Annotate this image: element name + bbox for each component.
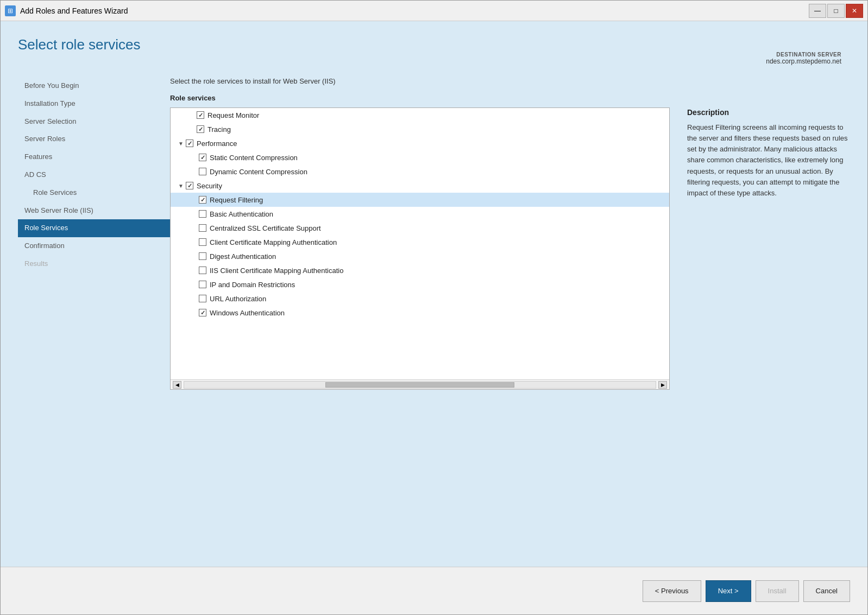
label-ip-domain: IP and Domain Restrictions bbox=[210, 281, 295, 289]
checkbox-security[interactable] bbox=[186, 182, 193, 189]
checkbox-windows-auth[interactable] bbox=[199, 309, 206, 316]
no-arrow-scc bbox=[190, 154, 198, 161]
label-url-auth: URL Authorization bbox=[210, 295, 266, 303]
tree-item-static-content-compression[interactable]: Static Content Compression bbox=[171, 150, 669, 164]
tree-item-centralized-ssl[interactable]: Centralized SSL Certificate Support bbox=[171, 221, 669, 235]
tree-item-dynamic-content-compression[interactable]: Dynamic Content Compression bbox=[171, 164, 669, 179]
cancel-button[interactable]: Cancel bbox=[803, 580, 850, 602]
page-title: Select role services bbox=[18, 36, 850, 53]
checkbox-basic-auth[interactable] bbox=[199, 210, 206, 218]
sidebar-item-server-roles[interactable]: Server Roles bbox=[18, 130, 170, 148]
role-services-section: Role services Request Monitor bbox=[170, 94, 670, 567]
tree-item-tracing[interactable]: Tracing bbox=[171, 122, 669, 136]
scroll-left-button[interactable]: ◀ bbox=[173, 381, 181, 389]
sidebar-item-server-selection[interactable]: Server Selection bbox=[18, 113, 170, 131]
sidebar-item-results: Results bbox=[18, 255, 170, 273]
next-button[interactable]: Next > bbox=[706, 580, 751, 602]
no-arrow-css bbox=[190, 224, 198, 232]
no-arrow-da bbox=[190, 252, 198, 260]
checkbox-ip-domain[interactable] bbox=[199, 281, 206, 288]
label-basic-auth: Basic Authentication bbox=[210, 210, 273, 218]
sidebar-item-before-you-begin[interactable]: Before You Begin bbox=[18, 77, 170, 95]
checkbox-performance[interactable] bbox=[186, 140, 193, 147]
destination-label: DESTINATION SERVER bbox=[766, 52, 841, 58]
checkbox-iis-client-cert[interactable] bbox=[199, 267, 206, 274]
label-centralized-ssl: Centralized SSL Certificate Support bbox=[210, 224, 321, 232]
no-arrow-dcc bbox=[190, 168, 198, 175]
checkbox-dynamic-content-compression[interactable] bbox=[199, 168, 206, 175]
maximize-button[interactable]: □ bbox=[827, 4, 845, 18]
no-arrow-ccm bbox=[190, 238, 198, 246]
label-request-filtering: Request Filtering bbox=[210, 196, 263, 204]
tree-item-performance[interactable]: ▼ Performance bbox=[171, 136, 669, 150]
main-content: Select the role services to install for … bbox=[170, 66, 850, 567]
destination-server-info: DESTINATION SERVER ndes.corp.mstepdemo.n… bbox=[766, 52, 841, 65]
window-controls: — □ ✕ bbox=[809, 4, 863, 18]
tree-item-iis-client-cert[interactable]: IIS Client Certificate Mapping Authentic… bbox=[171, 263, 669, 277]
tree-body[interactable]: Request Monitor Tracing bbox=[171, 108, 669, 379]
expand-arrow-security[interactable]: ▼ bbox=[177, 182, 185, 189]
label-tracing: Tracing bbox=[207, 125, 231, 134]
label-static-content-compression: Static Content Compression bbox=[210, 154, 298, 162]
checkbox-url-auth[interactable] bbox=[199, 295, 206, 302]
sidebar-item-ad-cs[interactable]: AD CS bbox=[18, 166, 170, 184]
horizontal-scrollbar[interactable]: ◀ ▶ bbox=[171, 379, 669, 389]
sidebar: Before You Begin Installation Type Serve… bbox=[18, 66, 170, 567]
no-arrow-idr bbox=[190, 281, 198, 288]
tree-item-digest-auth[interactable]: Digest Authentication bbox=[171, 249, 669, 263]
sidebar-item-installation-type[interactable]: Installation Type bbox=[18, 95, 170, 113]
scroll-right-button[interactable]: ▶ bbox=[658, 381, 667, 389]
sidebar-item-web-server-role[interactable]: Web Server Role (IIS) bbox=[18, 202, 170, 220]
minimize-button[interactable]: — bbox=[809, 4, 826, 18]
tree-item-url-auth[interactable]: URL Authorization bbox=[171, 291, 669, 306]
checkbox-tracing[interactable] bbox=[197, 125, 204, 133]
page-header: Select role services bbox=[1, 21, 867, 53]
role-services-tree[interactable]: Request Monitor Tracing bbox=[170, 107, 670, 390]
label-client-cert-mapping: Client Certificate Mapping Authenticatio… bbox=[210, 238, 337, 246]
description-text: Request Filtering screens all incoming r… bbox=[687, 122, 850, 199]
checkbox-request-monitor[interactable] bbox=[197, 111, 204, 119]
app-icon: ⊞ bbox=[5, 5, 16, 16]
destination-value: ndes.corp.mstepdemo.net bbox=[766, 58, 841, 65]
install-button[interactable]: Install bbox=[756, 580, 799, 602]
sidebar-item-role-services-iis[interactable]: Role Services bbox=[18, 219, 170, 237]
label-digest-auth: Digest Authentication bbox=[210, 252, 276, 261]
sidebar-item-features[interactable]: Features bbox=[18, 148, 170, 166]
scroll-track-h[interactable] bbox=[184, 381, 656, 389]
no-arrow-ua bbox=[190, 295, 198, 302]
no-arrow-wa bbox=[190, 309, 198, 316]
role-services-label: Role services bbox=[170, 94, 670, 102]
tree-item-request-monitor[interactable]: Request Monitor bbox=[171, 108, 669, 122]
scroll-thumb-h[interactable] bbox=[325, 382, 514, 388]
tree-item-security[interactable]: ▼ Security bbox=[171, 179, 669, 193]
tree-item-basic-auth[interactable]: Basic Authentication bbox=[171, 207, 669, 221]
expand-arrow-performance[interactable]: ▼ bbox=[177, 140, 185, 147]
tree-item-client-cert-mapping[interactable]: Client Certificate Mapping Authenticatio… bbox=[171, 235, 669, 249]
label-windows-auth: Windows Authentication bbox=[210, 309, 285, 317]
sidebar-item-confirmation[interactable]: Confirmation bbox=[18, 237, 170, 255]
window-title: Add Roles and Features Wizard bbox=[20, 7, 128, 15]
description-title: Description bbox=[687, 108, 850, 117]
instruction-text: Select the role services to install for … bbox=[170, 77, 850, 85]
previous-button[interactable]: < Previous bbox=[643, 580, 701, 602]
checkbox-request-filtering[interactable] bbox=[199, 196, 206, 204]
tree-item-windows-auth[interactable]: Windows Authentication bbox=[171, 306, 669, 320]
no-arrow-icc bbox=[190, 267, 198, 274]
footer: < Previous Next > Install Cancel bbox=[1, 567, 867, 614]
tree-item-request-filtering[interactable]: Request Filtering bbox=[171, 193, 669, 207]
no-arrow-ba bbox=[190, 210, 198, 218]
checkbox-client-cert-mapping[interactable] bbox=[199, 238, 206, 246]
label-security: Security bbox=[197, 182, 222, 190]
no-arrow bbox=[188, 111, 196, 119]
description-section: Description Request Filtering screens al… bbox=[687, 94, 850, 567]
title-bar: ⊞ Add Roles and Features Wizard — □ ✕ bbox=[1, 1, 867, 21]
tree-item-ip-domain[interactable]: IP and Domain Restrictions bbox=[171, 277, 669, 291]
label-iis-client-cert: IIS Client Certificate Mapping Authentic… bbox=[210, 267, 343, 275]
sidebar-item-role-services-adcs[interactable]: Role Services bbox=[18, 184, 170, 202]
checkbox-digest-auth[interactable] bbox=[199, 252, 206, 260]
checkbox-static-content-compression[interactable] bbox=[199, 154, 206, 161]
no-arrow-rf bbox=[190, 196, 198, 204]
checkbox-centralized-ssl[interactable] bbox=[199, 224, 206, 232]
no-arrow-tracing bbox=[188, 125, 196, 133]
close-button[interactable]: ✕ bbox=[846, 4, 863, 18]
